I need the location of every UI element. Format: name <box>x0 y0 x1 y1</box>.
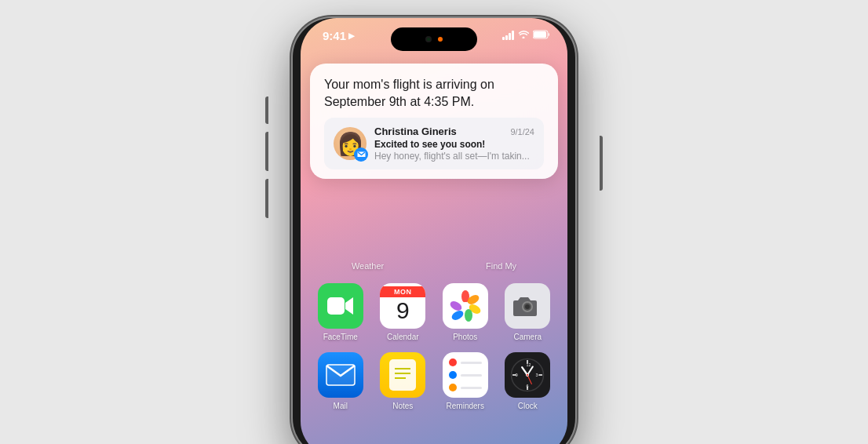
signal-bars <box>502 31 514 40</box>
phone-screen: 9:41 ▶ <box>301 18 567 444</box>
reminder-row-1 <box>449 358 482 366</box>
app-item-notes[interactable]: Notes <box>377 352 429 410</box>
message-content: Christina Gineris 9/1/24 Excited to see … <box>374 126 534 162</box>
phone-wrapper: 9:41 ▶ <box>269 18 599 444</box>
weather-widget-label: Weather <box>352 261 384 271</box>
reminder-row-2 <box>449 371 482 379</box>
reminder-line-2 <box>461 374 482 377</box>
volume-down-button <box>265 179 268 218</box>
notes-icon <box>380 352 425 398</box>
message-app-icon <box>354 147 368 162</box>
notification-message: Christina Gineris 9/1/24 Excited to see … <box>324 118 544 169</box>
camera-icon <box>505 283 550 329</box>
camera-dot <box>425 36 432 42</box>
app-item-facetime[interactable]: FaceTime <box>315 283 367 341</box>
reminders-content <box>443 352 488 398</box>
mute-button <box>265 96 268 124</box>
app-item-camera[interactable]: Camera <box>502 283 554 341</box>
calendar-day-name: MON <box>380 286 425 297</box>
mail-icon <box>318 352 363 398</box>
location-icon: ▶ <box>348 31 355 40</box>
reminder-line-1 <box>461 362 482 364</box>
reminder-dot-blue <box>449 371 457 379</box>
time-display: 9:41 <box>323 29 346 42</box>
clock-face-svg: 12 3 6 9 <box>510 358 545 392</box>
message-preview: Hey honey, flight's all set—I'm takin... <box>374 151 534 162</box>
clock-label: Clock <box>518 402 538 410</box>
facetime-icon <box>318 283 363 329</box>
svg-rect-16 <box>389 359 416 391</box>
app-item-calendar[interactable]: MON 9 Calendar <box>377 283 429 341</box>
reminder-dot-orange <box>449 384 457 391</box>
status-time: 9:41 ▶ <box>323 29 355 42</box>
widget-labels: Weather Find My <box>301 261 567 271</box>
svg-point-8 <box>450 309 465 322</box>
svg-text:9: 9 <box>516 373 518 377</box>
svg-text:3: 3 <box>536 373 538 377</box>
clock-icon: 12 3 6 9 <box>505 352 550 398</box>
app-item-mail[interactable]: Mail <box>315 352 367 410</box>
reminder-dot-red <box>449 358 457 366</box>
status-dot <box>438 37 443 42</box>
findmy-widget-label: Find My <box>486 261 516 271</box>
sender-name: Christina Gineris <box>374 126 457 137</box>
svg-rect-1 <box>534 31 546 38</box>
svg-point-10 <box>461 302 469 310</box>
svg-point-9 <box>448 300 463 313</box>
reminder-line-3 <box>461 387 482 389</box>
svg-point-33 <box>527 374 528 376</box>
facetime-label: FaceTime <box>323 333 358 341</box>
app-item-reminders[interactable]: Reminders <box>439 352 491 410</box>
svg-text:12: 12 <box>527 362 531 367</box>
reminder-row-3 <box>449 384 482 391</box>
calendar-icon: MON 9 <box>380 283 425 329</box>
svg-point-7 <box>465 309 472 322</box>
app-item-clock[interactable]: 12 3 6 9 <box>502 352 554 410</box>
notes-label: Notes <box>392 402 413 410</box>
calendar-day-number: 9 <box>396 299 410 322</box>
status-icons <box>502 29 550 41</box>
reminders-label: Reminders <box>447 402 484 410</box>
wifi-icon <box>518 29 529 41</box>
app-grid: FaceTime MON 9 Calendar <box>301 283 567 410</box>
svg-rect-2 <box>327 297 345 315</box>
reminders-icon <box>443 352 488 398</box>
camera-label: Camera <box>513 333 542 341</box>
power-button <box>600 136 603 191</box>
notification-main-text: Your mom's flight is arriving on Septemb… <box>324 76 544 110</box>
mail-label: Mail <box>334 402 348 410</box>
message-date: 9/1/24 <box>510 127 534 136</box>
svg-text:6: 6 <box>527 384 529 388</box>
app-item-photos[interactable]: Photos <box>439 283 491 341</box>
message-header: Christina Gineris 9/1/24 <box>374 126 534 137</box>
calendar-label: Calendar <box>387 333 419 341</box>
photos-icon <box>443 283 488 329</box>
phone-frame: 9:41 ▶ <box>293 18 575 444</box>
message-subject: Excited to see you soon! <box>374 139 534 150</box>
dynamic-island <box>391 27 477 51</box>
volume-up-button <box>265 132 268 171</box>
notification-card[interactable]: Your mom's flight is arriving on Septemb… <box>310 64 558 179</box>
photos-label: Photos <box>453 333 477 341</box>
svg-point-13 <box>525 304 530 309</box>
battery-icon <box>533 30 550 41</box>
